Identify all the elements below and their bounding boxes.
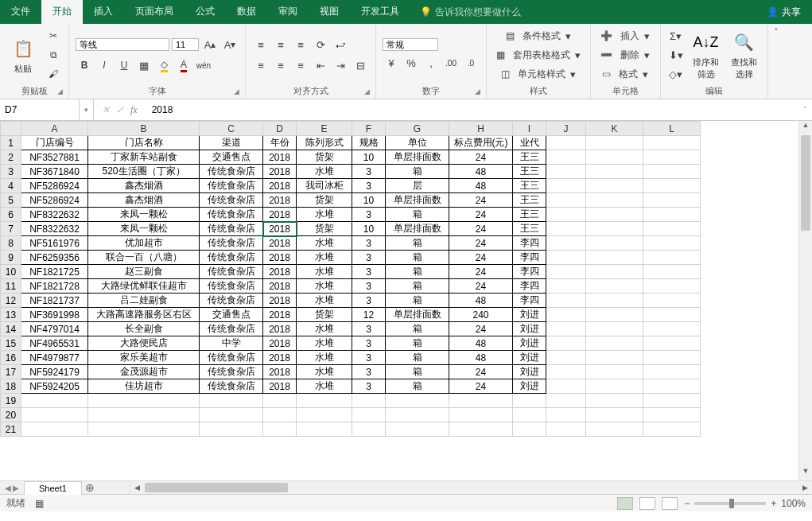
- tab-home[interactable]: 开始: [41, 0, 83, 24]
- cell[interactable]: 3: [352, 208, 386, 222]
- cell[interactable]: 箱: [386, 165, 449, 179]
- cell[interactable]: 佳坊超市: [88, 379, 200, 394]
- cell[interactable]: NF5286924: [21, 179, 88, 193]
- vertical-scrollbar[interactable]: ▲ ▼: [798, 121, 812, 480]
- cell[interactable]: 鑫杰烟酒: [88, 193, 200, 208]
- cell[interactable]: [586, 379, 643, 394]
- align-right-button[interactable]: ≡: [292, 56, 309, 74]
- cell[interactable]: 箱: [386, 365, 449, 379]
- cell[interactable]: NF8322632: [21, 222, 88, 236]
- cell[interactable]: 赵三副食: [88, 265, 200, 279]
- cell[interactable]: 刘进: [513, 351, 546, 365]
- column-header[interactable]: H: [449, 122, 513, 136]
- cell[interactable]: 3: [352, 294, 386, 308]
- cell[interactable]: 传统食杂店: [200, 322, 263, 336]
- column-header[interactable]: F: [352, 122, 386, 136]
- increase-decimal-button[interactable]: .00: [442, 54, 460, 72]
- row-header[interactable]: 4: [1, 179, 21, 193]
- share-button[interactable]: 👤共享: [756, 0, 812, 24]
- cell[interactable]: 24: [449, 193, 513, 208]
- tab-view[interactable]: 视图: [309, 0, 350, 24]
- column-header[interactable]: D: [263, 122, 297, 136]
- column-header[interactable]: K: [586, 122, 643, 136]
- cell[interactable]: 水堆: [297, 294, 352, 308]
- cell[interactable]: NF4979877: [21, 351, 88, 365]
- cell[interactable]: 箱: [386, 351, 449, 365]
- cell[interactable]: NF3527881: [21, 150, 88, 165]
- cell[interactable]: [546, 279, 586, 294]
- page-layout-view-button[interactable]: [639, 497, 655, 510]
- cell[interactable]: 年份: [263, 136, 297, 150]
- cell[interactable]: 门店名称: [88, 136, 200, 150]
- cell[interactable]: [586, 150, 643, 165]
- cell[interactable]: [643, 394, 701, 408]
- cell[interactable]: 联合一百（八塘）: [88, 251, 200, 265]
- cell[interactable]: 单层排面数: [386, 150, 449, 165]
- format-painter-button[interactable]: 🖌: [45, 65, 62, 83]
- add-sheet-button[interactable]: ⊕: [82, 481, 98, 494]
- cell[interactable]: 规格: [352, 136, 386, 150]
- cell[interactable]: NF3671840: [21, 165, 88, 179]
- cell[interactable]: 2018: [263, 279, 297, 294]
- cell[interactable]: 传统食杂店: [200, 193, 263, 208]
- cell[interactable]: 单层排面数: [386, 222, 449, 236]
- cell[interactable]: 3: [352, 165, 386, 179]
- cell[interactable]: [643, 136, 701, 150]
- cell[interactable]: [546, 408, 586, 422]
- cell[interactable]: [586, 322, 643, 336]
- cell[interactable]: [263, 422, 297, 437]
- cell[interactable]: 240: [449, 308, 513, 322]
- column-header[interactable]: I: [513, 122, 546, 136]
- cell[interactable]: [449, 394, 513, 408]
- cell[interactable]: [643, 422, 701, 437]
- name-box[interactable]: [0, 99, 80, 120]
- cell[interactable]: 12: [352, 308, 386, 322]
- cell[interactable]: [352, 408, 386, 422]
- cell[interactable]: [546, 294, 586, 308]
- conditional-format-button[interactable]: ▤ 条件格式 ▾: [493, 27, 584, 45]
- insert-cells-button[interactable]: ➕ 插入 ▾: [597, 27, 653, 45]
- cell[interactable]: [546, 150, 586, 165]
- zoom-level[interactable]: 100%: [781, 498, 806, 509]
- zoom-out-button[interactable]: −: [684, 498, 690, 509]
- cell[interactable]: [586, 308, 643, 322]
- merge-button[interactable]: ⊟: [352, 56, 369, 74]
- select-all-button[interactable]: [1, 122, 21, 136]
- cell[interactable]: [643, 379, 701, 394]
- row-header[interactable]: 19: [1, 394, 21, 408]
- cell[interactable]: [263, 408, 297, 422]
- cell[interactable]: 2018: [263, 236, 297, 251]
- cell[interactable]: 中学: [200, 336, 263, 351]
- column-header[interactable]: E: [297, 122, 352, 136]
- expand-formula-bar[interactable]: ˅: [798, 106, 812, 114]
- row-header[interactable]: 6: [1, 208, 21, 222]
- cell[interactable]: 水堆: [297, 236, 352, 251]
- cell[interactable]: [643, 150, 701, 165]
- cell[interactable]: 水堆: [297, 365, 352, 379]
- tab-layout[interactable]: 页面布局: [124, 0, 185, 24]
- cell[interactable]: 王三: [513, 150, 546, 165]
- scroll-up-button[interactable]: ▲: [799, 121, 812, 134]
- cell[interactable]: 长全副食: [88, 322, 200, 336]
- cell[interactable]: 2018: [263, 193, 297, 208]
- cell[interactable]: 丁家新车站副食: [88, 150, 200, 165]
- cell[interactable]: [297, 422, 352, 437]
- cell[interactable]: 24: [449, 379, 513, 394]
- cell[interactable]: [643, 408, 701, 422]
- cell[interactable]: 李四: [513, 236, 546, 251]
- enter-formula-button[interactable]: ✓: [116, 104, 124, 116]
- cell[interactable]: 刘进: [513, 308, 546, 322]
- cell[interactable]: [546, 222, 586, 236]
- align-top-button[interactable]: ≡: [252, 36, 270, 53]
- cell[interactable]: 2018: [263, 265, 297, 279]
- cell[interactable]: 水堆: [297, 351, 352, 365]
- cell[interactable]: 箱: [386, 208, 449, 222]
- cell[interactable]: [386, 422, 449, 437]
- cell[interactable]: 单层排面数: [386, 308, 449, 322]
- paste-button[interactable]: 📋 粘贴: [6, 29, 40, 81]
- cell[interactable]: 刘进: [513, 322, 546, 336]
- cell[interactable]: [88, 422, 200, 437]
- page-break-view-button[interactable]: [662, 497, 678, 510]
- cell[interactable]: 水堆: [297, 208, 352, 222]
- row-header[interactable]: 20: [1, 408, 21, 422]
